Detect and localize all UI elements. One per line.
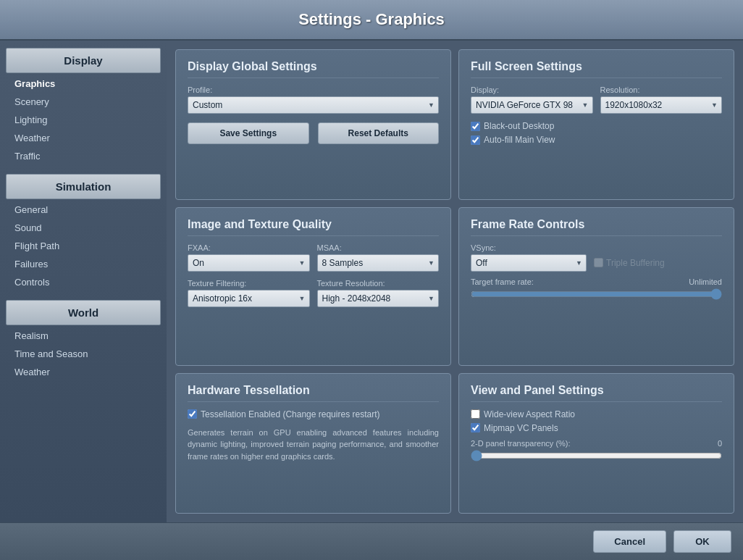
transparency-value: 0 xyxy=(718,439,722,448)
page-title: Settings - Graphics xyxy=(0,0,743,41)
texture-resolution-select[interactable]: High - 2048x2048 xyxy=(317,290,440,307)
tessellation-label: Tessellation Enabled (Change requires re… xyxy=(201,409,379,419)
sidebar-display-header: Display xyxy=(6,48,161,73)
autofill-checkbox[interactable] xyxy=(471,135,480,145)
transparency-slider[interactable] xyxy=(471,450,722,461)
msaa-label: MSAA: xyxy=(317,243,440,252)
msaa-select[interactable]: 8 Samples xyxy=(317,254,440,272)
sidebar-item-sound[interactable]: Sound xyxy=(6,219,161,237)
profile-select[interactable]: Custom xyxy=(188,96,439,114)
target-frame-rate-label: Target frame rate: xyxy=(471,277,534,286)
sidebar-item-realism[interactable]: Realism xyxy=(6,327,161,345)
sidebar-item-general[interactable]: General xyxy=(6,201,161,219)
sidebar-item-graphics[interactable]: Graphics xyxy=(6,75,161,93)
sidebar-item-flight-path[interactable]: Flight Path xyxy=(6,237,161,255)
sidebar-item-weather-world[interactable]: Weather xyxy=(6,363,161,381)
triple-buffering-label: Triple Buffering xyxy=(606,258,665,268)
wide-view-checkbox[interactable] xyxy=(471,409,480,419)
frame-rate-title: Frame Rate Controls xyxy=(471,218,722,236)
cancel-button[interactable]: Cancel xyxy=(593,530,666,553)
hardware-tess-panel: Hardware Tessellation Tessellation Enabl… xyxy=(175,373,451,514)
image-texture-title: Image and Texture Quality xyxy=(188,218,439,236)
full-screen-panel: Full Screen Settings Display: NVIDIA GeF… xyxy=(458,49,734,200)
texture-resolution-label: Texture Resolution: xyxy=(317,279,440,288)
fxaa-label: FXAA: xyxy=(188,243,310,252)
sidebar-item-scenery[interactable]: Scenery xyxy=(6,93,161,111)
mipmap-label: Mipmap VC Panels xyxy=(484,423,558,433)
tessellation-description: Generates terrain on GPU enabling advanc… xyxy=(188,427,439,463)
save-settings-button[interactable]: Save Settings xyxy=(188,122,309,144)
target-frame-rate-value: Unlimited xyxy=(689,277,722,286)
target-frame-rate-slider[interactable] xyxy=(471,288,722,300)
full-screen-title: Full Screen Settings xyxy=(471,60,722,78)
reset-defaults-button[interactable]: Reset Defaults xyxy=(318,122,440,144)
sidebar-world-header: World xyxy=(6,300,161,325)
transparency-label: 2-D panel transparency (%): xyxy=(471,439,571,448)
fxaa-select[interactable]: On xyxy=(188,254,310,272)
hardware-tess-title: Hardware Tessellation xyxy=(188,384,439,402)
tessellation-checkbox[interactable] xyxy=(188,409,197,419)
display-label: Display: xyxy=(471,85,593,94)
image-texture-panel: Image and Texture Quality FXAA: On MSAA:… xyxy=(175,207,451,366)
footer: Cancel OK xyxy=(0,522,743,560)
view-panel-title: View and Panel Settings xyxy=(471,384,722,402)
content-area: Display Global Settings Profile: Custom … xyxy=(167,41,743,522)
sidebar-item-traffic[interactable]: Traffic xyxy=(6,147,161,165)
mipmap-checkbox[interactable] xyxy=(471,423,480,432)
sidebar-item-time-season[interactable]: Time and Season xyxy=(6,345,161,363)
texture-filtering-select[interactable]: Anisotropic 16x xyxy=(188,290,310,307)
view-panel-panel: View and Panel Settings Wide-view Aspect… xyxy=(458,373,734,514)
sidebar-item-weather-display[interactable]: Weather xyxy=(6,129,161,147)
texture-filtering-label: Texture Filtering: xyxy=(188,279,310,288)
autofill-label: Auto-fill Main View xyxy=(484,135,555,145)
sidebar: Display Graphics Scenery Lighting Weathe… xyxy=(0,41,167,522)
blackout-checkbox[interactable] xyxy=(471,122,480,131)
triple-buffering-checkbox[interactable] xyxy=(594,258,603,267)
sidebar-item-controls[interactable]: Controls xyxy=(6,273,161,291)
sidebar-item-lighting[interactable]: Lighting xyxy=(6,111,161,129)
resolution-select[interactable]: 1920x1080x32 xyxy=(600,96,723,114)
ok-button[interactable]: OK xyxy=(673,530,731,553)
triple-buffering-row: Triple Buffering xyxy=(594,258,665,268)
resolution-label: Resolution: xyxy=(600,85,723,94)
display-select[interactable]: NVIDIA GeForce GTX 98 xyxy=(471,96,593,114)
frame-rate-panel: Frame Rate Controls VSync: Off Triple Bu… xyxy=(458,207,734,366)
display-global-panel: Display Global Settings Profile: Custom … xyxy=(175,49,451,200)
sidebar-simulation-header: Simulation xyxy=(6,174,161,199)
vsync-select[interactable]: Off xyxy=(471,254,587,272)
profile-label: Profile: xyxy=(188,85,439,94)
wide-view-label: Wide-view Aspect Ratio xyxy=(484,409,575,419)
blackout-label: Black-out Desktop xyxy=(484,121,554,131)
display-global-title: Display Global Settings xyxy=(188,60,439,78)
sidebar-item-failures[interactable]: Failures xyxy=(6,255,161,273)
vsync-label: VSync: xyxy=(471,243,722,252)
